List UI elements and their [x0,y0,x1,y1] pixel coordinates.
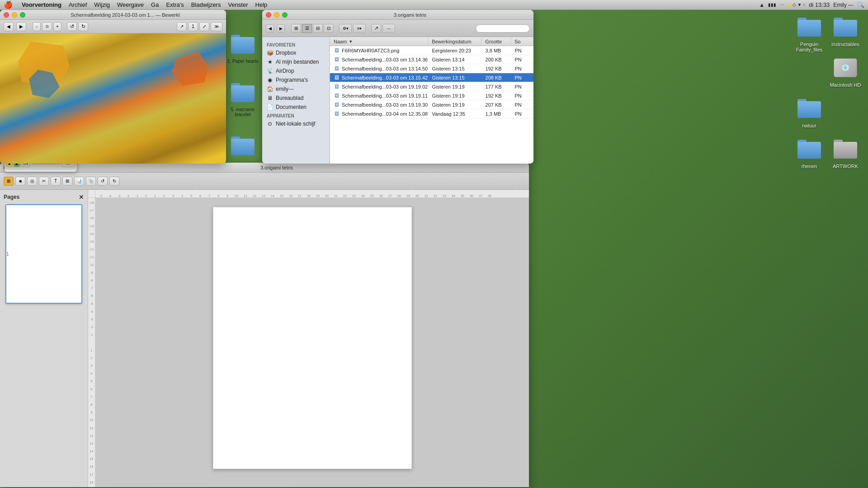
minimize-button[interactable] [12,12,17,18]
sidebar-desktop-label: Bureaublad [276,95,303,101]
menubar-extras[interactable]: Extra's [162,1,187,8]
finder-close-btn[interactable] [266,12,271,18]
file-size-0: 3,8 MB [482,48,511,53]
menubar-venster[interactable]: Venster [224,1,251,8]
zoom-button[interactable] [20,12,25,18]
rotate-right-btn[interactable]: ↻ [78,22,88,31]
desktop-icon-penguin[interactable]: Penguin Family_files [791,14,827,54]
page-thumb-1[interactable] [5,204,82,304]
finder-arrange-btn[interactable]: ≡▾ [353,24,366,33]
pages-toolbar-btn5[interactable]: T [51,177,61,186]
finder-row-0[interactable]: 🖼 F6R6MYAHR0ATZC3.png Eergisteren 20:23 … [330,46,533,55]
pages-toolbar-btn10[interactable]: ↻ [109,177,119,186]
file-date-7: Vandaag 12:35 [428,111,481,117]
expand-btn[interactable]: ⤢ [199,22,209,31]
pages-toolbar-btn4[interactable]: ✂ [39,177,49,186]
desktop-icon-instructables-label: instructables [831,42,859,47]
finder-minimize-btn[interactable] [274,12,279,18]
finder-share-btn[interactable]: ↗ [371,24,381,33]
share-btn[interactable]: ↗ [177,22,187,31]
finder-row-3[interactable]: 🖼 Schermafbeelding...03-03 om 13.15.42 G… [330,73,533,82]
finder-row-7[interactable]: 🖼 Schermafbeelding...03-04 om 12.35.08 V… [330,109,533,118]
sidebar-all-files[interactable]: ★ Al mijn bestanden [262,57,330,66]
pages-canvas[interactable] [95,198,529,487]
pages-toolbar-btn8[interactable]: 📎 [86,177,96,186]
pages-toolbar-btn2[interactable]: ■ [15,177,25,186]
pages-toolbar-btn1[interactable]: ⊞ [4,177,14,186]
desktop-icon-rhenen[interactable]: rhenen [791,136,827,176]
finder-back-btn[interactable]: ◀ [266,24,274,33]
sidebar-apps-label: Programma's [276,77,308,83]
menubar-app-name[interactable]: Voorvertoning [18,1,65,8]
finder-row-5[interactable]: 🖼 Schermafbeelding...03-03 om 19.19.11 G… [330,91,533,100]
file-size-2: 192 KB [482,66,511,71]
zoom-fit-btn[interactable]: ⊡ [42,22,52,31]
pages-toolbar-btn7[interactable]: 📊 [74,177,84,186]
pages-panel-title: Pages [4,194,19,200]
col-soort-header[interactable]: So [511,37,533,46]
ruler-left: -18-17-16-15-14-13-12-11-10-9-8-7-6-5-4-… [88,198,95,487]
desktop-icon-artwork[interactable]: ARTWORK [827,136,863,176]
zoom-out-btn[interactable]: - [33,22,41,31]
desktop-icon-hd[interactable]: 💿 Macintosh HD [827,54,863,95]
pages-toolbar-btn3[interactable]: ◎ [27,177,37,186]
finder-row-6[interactable]: 🖼 Schermafbeelding...03-03 om 19.19.30 G… [330,100,533,109]
menubar-bladwijzers[interactable]: Bladwijzers [188,1,225,8]
sidebar-airdrop[interactable]: 📡 AirDrop [262,66,330,75]
search-icon[interactable]: 🔍 [857,1,864,8]
more-btn[interactable]: ≫ [211,22,222,31]
wifi-icon[interactable]: ▲ [759,2,764,8]
menubar-wijzig[interactable]: Wijzig [90,1,113,8]
finder-action-btn[interactable]: ⚙▾ [339,24,352,33]
sidebar-home[interactable]: 🏠 emily--- [262,84,330,94]
menubar-weergave[interactable]: Weergave [113,1,147,8]
desktop-icon-natuur[interactable]: natuur [791,95,827,136]
drawer-folder-2[interactable]: 5. macrame bracelet [226,79,259,117]
drawer-folder-1[interactable]: 1. Paper hearts [226,31,259,64]
rotate-left-btn[interactable]: ↺ [67,22,77,31]
finder-column-view[interactable]: ⊟ [313,24,323,33]
next-page-btn[interactable]: ▶ [16,22,26,31]
pages-toolbar-btn6[interactable]: ⊞ [62,177,72,186]
sidebar-docs[interactable]: 📄 Documenten [262,103,330,112]
finder-forward-btn[interactable]: ▶ [277,24,285,33]
drawer-folder-3[interactable] [226,132,259,160]
pages-panel-close-btn[interactable]: ✕ [79,193,84,201]
menubar-ga[interactable]: Ga [147,1,162,8]
sidebar-disk[interactable]: ⊙ Niet-lokale schijf [262,119,330,128]
menubar-user[interactable]: Emily --- [833,2,854,8]
col-date-header[interactable]: Bewerkingsdatum [428,37,481,46]
apple-menu-icon[interactable]: 🍎 [4,0,13,9]
col-size-header[interactable]: Grootte [481,37,511,46]
finder-icon-view[interactable]: ⊞ [291,24,301,33]
sidebar-desktop[interactable]: 🖥 Bureaublad [262,94,330,103]
pages-toolbar: ⊞ ■ ◎ ✂ T ⊞ 📊 📎 ↺ ↻ [0,173,529,190]
menubar-archief[interactable]: Archief [65,1,90,8]
finder-more-btn[interactable]: ··· [382,24,395,33]
finder-row-1[interactable]: 🖼 Schermafbeelding...03-03 om 13.14.36 G… [330,55,533,64]
desktop-icon-instructables[interactable]: instructables [827,14,863,54]
prev-page-btn[interactable]: ◀ [4,22,14,31]
finder-search-input[interactable] [476,24,530,33]
finder-zoom-btn[interactable] [282,12,288,18]
drawer-folder-1-label: 1. Paper hearts [227,59,258,64]
finder-list-view[interactable]: ☰ [302,24,312,33]
pages-body: Pages ✕ 1 -5-4-3-2-101234567891011121314… [0,190,529,487]
finder-coverflow-view[interactable]: ⊡ [324,24,334,33]
sidebar-dropbox[interactable]: 📦 Dropbox [262,48,330,57]
pages-toolbar-btn9[interactable]: ↺ [98,177,108,186]
finder-row-4[interactable]: 🖼 Schermafbeelding...03-03 om 19.19.02 G… [330,82,533,91]
number-btn[interactable]: 1 [188,22,198,31]
sidebar-apps[interactable]: ◉ Programma's [262,75,330,84]
zoom-in-btn[interactable]: + [53,22,61,31]
file-icon-6: 🖼 [334,102,340,108]
finder-row-2[interactable]: 🖼 Schermafbeelding...03-03 om 13.14.50 G… [330,64,533,73]
page-thumb-container: 1 [4,204,84,304]
file-date-4: Gisteren 19:19 [428,84,481,89]
col-naam-header[interactable]: Naam ▼ [330,37,428,46]
finder-window: 3.origami tetris ◀ ▶ ⊞ ☰ ⊟ ⊡ ⚙▾ ≡▾ ↗ ···… [262,10,533,164]
close-button[interactable] [4,12,9,18]
menubar-help[interactable]: Help [252,1,271,8]
battery-icon[interactable]: ▮▮▮ [768,2,776,7]
file-icon-3: 🖼 [334,75,340,81]
